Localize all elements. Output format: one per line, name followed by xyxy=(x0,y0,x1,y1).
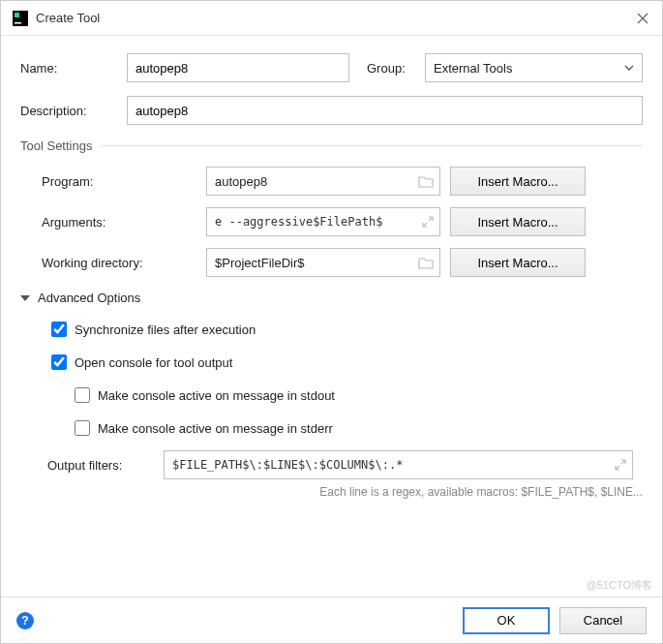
title-bar: Create Tool xyxy=(1,1,662,36)
pycharm-icon xyxy=(13,11,28,26)
output-filters-input[interactable]: $FILE_PATH$\:$LINE$\:$COLUMN$\:.* xyxy=(164,450,633,479)
advanced-options-toggle[interactable]: Advanced Options xyxy=(20,291,643,305)
sync-files-label: Synchronize files after execution xyxy=(75,322,256,337)
dialog-content: Name: Group: External Tools Description:… xyxy=(1,36,662,499)
close-icon[interactable] xyxy=(635,11,650,26)
description-label: Description: xyxy=(20,104,127,118)
group-selected-value: External Tools xyxy=(434,61,512,76)
svg-rect-1 xyxy=(15,13,19,17)
group-label: Group: xyxy=(367,61,425,76)
dialog-footer: ? OK Cancel xyxy=(1,597,662,643)
ok-button[interactable]: OK xyxy=(463,607,550,634)
arguments-input[interactable]: e --aggressive$FilePath$ xyxy=(206,207,440,236)
program-input[interactable]: autopep8 xyxy=(206,167,440,196)
svg-rect-2 xyxy=(15,22,21,24)
arguments-insert-macro-button[interactable]: Insert Macro... xyxy=(450,207,586,236)
name-input[interactable] xyxy=(127,53,349,82)
watermark: @51CTO博客 xyxy=(587,578,652,593)
expand-icon[interactable] xyxy=(422,216,434,228)
chevron-down-icon xyxy=(624,63,634,73)
output-filters-label: Output filters: xyxy=(47,458,164,473)
cancel-button[interactable]: Cancel xyxy=(559,607,647,634)
name-label: Name: xyxy=(20,61,127,76)
triangle-down-icon xyxy=(20,295,30,301)
tool-settings-header: Tool Settings xyxy=(20,138,643,153)
program-label: Program: xyxy=(42,174,206,189)
program-insert-macro-button[interactable]: Insert Macro... xyxy=(450,167,586,196)
arguments-label: Arguments: xyxy=(42,215,206,230)
active-stderr-checkbox[interactable] xyxy=(75,420,90,436)
open-console-label: Open console for tool output xyxy=(75,355,232,370)
help-icon[interactable]: ? xyxy=(16,612,34,629)
active-stdout-label: Make console active on message in stdout xyxy=(98,388,335,403)
folder-icon[interactable] xyxy=(418,256,434,269)
open-console-checkbox[interactable] xyxy=(51,354,67,370)
active-stderr-label: Make console active on message in stderr xyxy=(98,421,333,436)
window-title: Create Tool xyxy=(36,11,635,25)
working-dir-insert-macro-button[interactable]: Insert Macro... xyxy=(450,248,586,277)
group-combobox[interactable]: External Tools xyxy=(425,53,643,82)
working-dir-input[interactable]: $ProjectFileDir$ xyxy=(206,248,440,277)
output-filters-hint: Each line is a regex, available macros: … xyxy=(47,485,643,499)
working-dir-label: Working directory: xyxy=(42,256,206,270)
folder-icon[interactable] xyxy=(418,174,434,188)
expand-icon[interactable] xyxy=(615,459,626,471)
sync-files-checkbox[interactable] xyxy=(51,322,67,337)
description-input[interactable] xyxy=(127,96,643,125)
active-stdout-checkbox[interactable] xyxy=(75,387,90,403)
